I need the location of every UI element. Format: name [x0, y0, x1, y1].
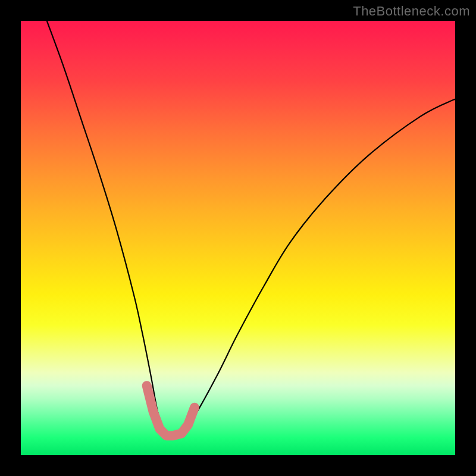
chart-frame: TheBottleneck.com [0, 0, 476, 476]
curve-layer [21, 21, 455, 455]
watermark-text: TheBottleneck.com [353, 4, 470, 19]
bottleneck-curve [47, 21, 455, 436]
plot-area [21, 21, 455, 455]
